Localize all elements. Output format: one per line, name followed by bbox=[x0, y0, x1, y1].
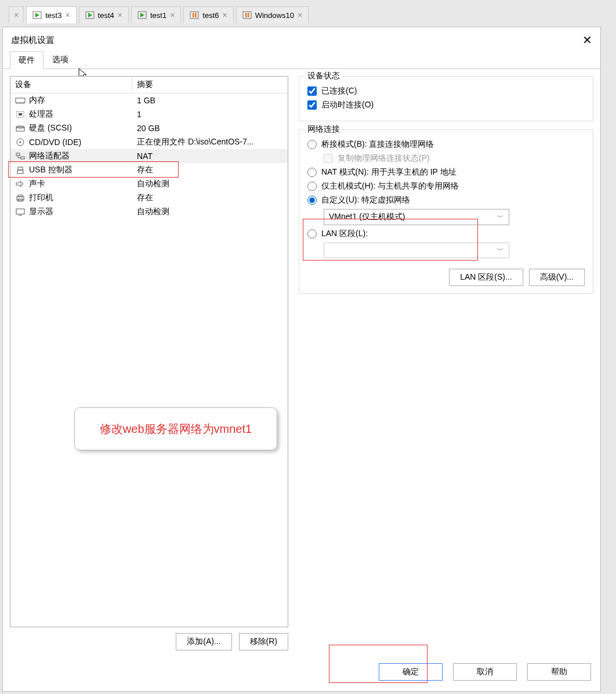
vm-pause-icon bbox=[190, 11, 199, 19]
device-summary: NAT bbox=[132, 150, 288, 162]
vm-pause-icon bbox=[242, 11, 252, 19]
dialog-tabs: 硬件 选项 bbox=[3, 50, 600, 69]
custom-vmnet-value: VMnet1 (仅主机模式) bbox=[329, 212, 405, 222]
device-table: 设备 摘要 内存1 GB处理器1硬盘 (SCSI)20 GBCD/DVD (ID… bbox=[10, 76, 288, 627]
network-icon bbox=[15, 152, 26, 160]
hostonly-label: 仅主机模式(H): 与主机共享的专用网络 bbox=[321, 181, 459, 191]
lan-segment-select: ﹀ bbox=[324, 243, 509, 258]
lan-segment-radio-row[interactable]: LAN 区段(L): bbox=[307, 229, 585, 239]
device-status-group: 设备状态 已连接(C) 启动时连接(O) bbox=[299, 76, 593, 121]
connect-at-power-on-row[interactable]: 启动时连接(O) bbox=[307, 100, 585, 110]
custom-radio-row[interactable]: 自定义(U): 特定虚拟网络 bbox=[307, 195, 585, 205]
device-name: 处理器 bbox=[29, 109, 53, 120]
remove-button[interactable]: 移除(R) bbox=[239, 633, 288, 650]
cancel-button[interactable]: 取消 bbox=[453, 663, 517, 681]
custom-vmnet-select[interactable]: VMnet1 (仅主机模式) ﹀ bbox=[324, 209, 509, 225]
tab-test4[interactable]: test4 × bbox=[79, 6, 129, 23]
tab-bar: × test3 × test4 × test1 × test6 × Window… bbox=[0, 0, 616, 23]
svg-rect-29 bbox=[17, 170, 23, 173]
tab-label: Windows10 bbox=[255, 11, 294, 20]
vm-play-icon bbox=[137, 11, 147, 19]
usb-icon bbox=[15, 166, 26, 174]
bridged-radio-row[interactable]: 桥接模式(B): 直接连接物理网络 bbox=[307, 139, 585, 150]
tab-close-prev[interactable]: × bbox=[9, 6, 24, 23]
device-name: USB 控制器 bbox=[29, 165, 73, 175]
device-row[interactable]: 网络适配器NAT bbox=[10, 149, 288, 163]
network-legend: 网络连接 bbox=[305, 124, 342, 135]
dialog-close-button[interactable]: ✕ bbox=[582, 33, 592, 47]
device-row[interactable]: 硬盘 (SCSI)20 GB bbox=[10, 121, 288, 135]
custom-radio[interactable] bbox=[307, 196, 317, 205]
svg-marker-5 bbox=[140, 13, 144, 17]
tab-test6[interactable]: test6 × bbox=[183, 6, 233, 23]
close-icon[interactable]: × bbox=[223, 10, 227, 20]
replicate-label: 复制物理网络连接状态(P) bbox=[338, 153, 430, 164]
device-row[interactable]: 打印机存在 bbox=[10, 191, 288, 205]
close-icon[interactable]: × bbox=[298, 10, 302, 20]
close-icon[interactable]: × bbox=[65, 10, 70, 20]
device-summary: 自动检测 bbox=[132, 205, 288, 219]
device-summary: 存在 bbox=[132, 163, 288, 177]
connected-checkbox[interactable] bbox=[307, 86, 317, 96]
hostonly-radio-row[interactable]: 仅主机模式(H): 与主机共享的专用网络 bbox=[307, 181, 585, 191]
annotation-callout: 修改web服务器网络为vmnet1 bbox=[74, 407, 277, 450]
replicate-checkbox bbox=[324, 154, 333, 163]
tab-label: test1 bbox=[150, 11, 166, 20]
add-button[interactable]: 添加(A)... bbox=[176, 633, 231, 650]
connect-at-power-on-label: 启动时连接(O) bbox=[321, 100, 374, 110]
dialog-titlebar: 虚拟机设置 ✕ bbox=[3, 27, 600, 50]
svg-point-23 bbox=[20, 142, 21, 143]
vm-play-icon bbox=[85, 11, 95, 19]
bridged-radio[interactable] bbox=[307, 140, 317, 149]
device-name: 打印机 bbox=[29, 193, 53, 203]
device-row[interactable]: 声卡自动检测 bbox=[10, 177, 288, 191]
disk-icon bbox=[15, 124, 26, 132]
replicate-checkbox-row: 复制物理网络连接状态(P) bbox=[324, 153, 585, 164]
connect-at-power-on-checkbox[interactable] bbox=[307, 100, 317, 110]
device-row[interactable]: 内存1 GB bbox=[10, 93, 288, 107]
ok-button[interactable]: 确定 bbox=[379, 663, 443, 681]
lan-segment-radio[interactable] bbox=[307, 229, 317, 238]
svg-rect-9 bbox=[243, 12, 251, 19]
svg-rect-7 bbox=[193, 13, 194, 17]
close-icon[interactable]: × bbox=[170, 10, 175, 20]
svg-marker-30 bbox=[16, 181, 21, 187]
network-connection-group: 网络连接 桥接模式(B): 直接连接物理网络 复制物理网络连接状态(P) NAT… bbox=[299, 129, 593, 294]
printer-icon bbox=[15, 194, 26, 202]
device-summary: 正在使用文件 D:\iso\CentOS-7... bbox=[132, 135, 288, 149]
dialog-footer: 确定 取消 帮助 bbox=[3, 657, 600, 691]
device-summary: 1 bbox=[132, 108, 288, 121]
device-row[interactable]: 处理器1 bbox=[10, 107, 288, 121]
hostonly-radio[interactable] bbox=[307, 182, 317, 191]
memory-icon bbox=[15, 96, 26, 104]
chevron-down-icon: ﹀ bbox=[497, 212, 504, 222]
cpu-icon bbox=[15, 110, 26, 118]
tab-windows10[interactable]: Windows10 × bbox=[236, 6, 309, 23]
svg-rect-28 bbox=[18, 167, 23, 170]
advanced-button[interactable]: 高级(V)... bbox=[529, 269, 585, 286]
lan-segments-button[interactable]: LAN 区段(S)... bbox=[449, 269, 523, 286]
vm-settings-dialog: 虚拟机设置 ✕ 硬件 选项 设备 摘要 内存1 GB处理器1硬盘 (SCSI)2… bbox=[2, 27, 601, 692]
nat-radio[interactable] bbox=[307, 168, 317, 177]
tab-test1[interactable]: test1 × bbox=[131, 6, 181, 23]
connected-checkbox-row[interactable]: 已连接(C) bbox=[307, 86, 585, 96]
nat-label: NAT 模式(N): 用于共享主机的 IP 地址 bbox=[321, 167, 456, 178]
svg-rect-32 bbox=[18, 195, 23, 197]
svg-rect-20 bbox=[16, 127, 24, 131]
svg-marker-1 bbox=[35, 13, 39, 17]
svg-marker-3 bbox=[88, 13, 92, 17]
device-summary: 20 GB bbox=[132, 122, 288, 135]
nat-radio-row[interactable]: NAT 模式(N): 用于共享主机的 IP 地址 bbox=[307, 167, 585, 178]
tab-hardware[interactable]: 硬件 bbox=[10, 51, 44, 69]
close-icon[interactable]: × bbox=[118, 10, 122, 20]
tab-test3[interactable]: test3 × bbox=[26, 6, 76, 23]
tab-options[interactable]: 选项 bbox=[44, 50, 77, 68]
device-row[interactable]: USB 控制器存在 bbox=[10, 163, 288, 177]
device-row[interactable]: CD/DVD (IDE)正在使用文件 D:\iso\CentOS-7... bbox=[10, 135, 288, 149]
col-summary: 摘要 bbox=[132, 77, 288, 93]
cd-icon bbox=[15, 138, 26, 146]
device-row[interactable]: 显示器自动检测 bbox=[10, 205, 288, 219]
device-summary: 1 GB bbox=[132, 94, 288, 107]
help-button[interactable]: 帮助 bbox=[527, 663, 591, 681]
device-name: 声卡 bbox=[29, 179, 45, 189]
